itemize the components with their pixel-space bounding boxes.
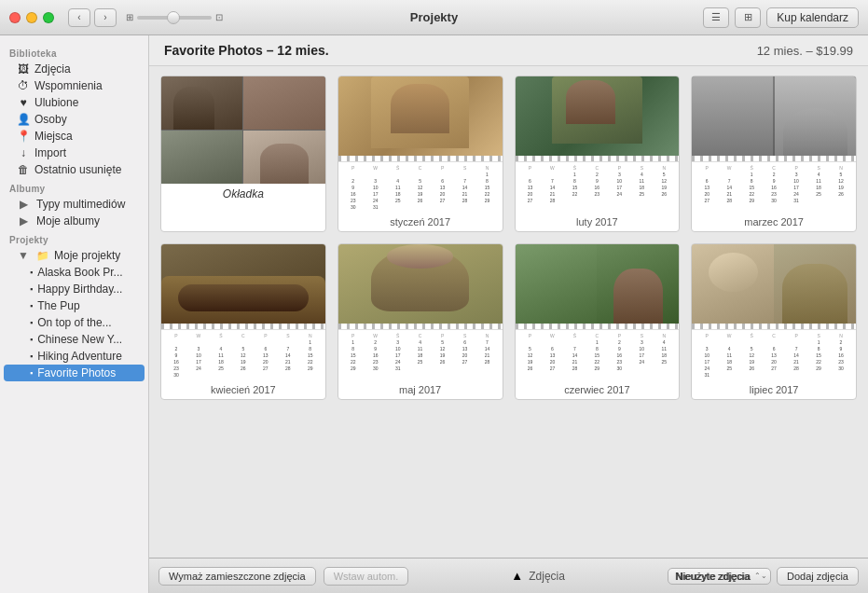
disclosure-icon-albumy: ▶ xyxy=(17,214,30,228)
view-toggle-1[interactable]: ☰ xyxy=(703,7,729,28)
feb-grid: PWŚCPSN ..12345 6789101112 1314151617181… xyxy=(516,162,680,214)
projects-section-label: Projekty xyxy=(0,229,148,247)
bottom-right-actions: Nieużyte zdjęcia Nieużyte zdjęcia Dodaj … xyxy=(668,567,859,586)
apr-wire xyxy=(161,324,325,330)
memories-icon: ⏱ xyxy=(17,79,30,92)
sidebar-item-typy[interactable]: ▶ Typy multimediów xyxy=(4,196,145,213)
jan-wire xyxy=(338,156,503,162)
people-icon: 👤 xyxy=(17,113,30,126)
calendar-feb[interactable]: PWŚCPSN ..12345 6789101112 1314151617181… xyxy=(515,76,681,232)
calendar-apr[interactable]: PWŚCPSN ......1 2345678 9101112131415 16… xyxy=(160,243,326,400)
sidebar-item-recently-deleted[interactable]: 🗑 Ostatnio usunięte xyxy=(4,161,145,178)
sidebar-item-ulubione[interactable]: ♥ Ulubione xyxy=(4,94,145,111)
mar-photo xyxy=(692,76,856,156)
cover-photo xyxy=(161,76,325,184)
view-toggle-2[interactable]: ⊞ xyxy=(735,7,761,28)
content-area: Favorite Photos – 12 mies. 12 mies. – $1… xyxy=(149,35,868,593)
import-icon: ↓ xyxy=(17,146,30,159)
unused-photos-select[interactable]: Nieużyte zdjęcia xyxy=(668,568,771,585)
trash-icon: 🗑 xyxy=(17,163,30,176)
sidebar-item-moje-albumy[interactable]: ▶ Moje albumy xyxy=(4,213,145,229)
jul-label: lipiec 2017 xyxy=(692,381,856,399)
jan-label: styczeń 2017 xyxy=(338,214,503,231)
buy-calendar-button[interactable]: Kup kalendarz xyxy=(766,7,859,28)
jul-wire xyxy=(692,324,856,330)
jun-photo xyxy=(516,244,680,324)
mar-grid: PWŚCPSN ..12345 6789101112 1314151617181… xyxy=(692,162,856,214)
sidebar-item-favorite-photos[interactable]: ▪ Favorite Photos xyxy=(4,365,145,381)
sidebar-item-ontop[interactable]: ▪ On top of the... xyxy=(4,314,145,331)
titlebar-actions: ☰ ⊞ Kup kalendarz xyxy=(703,7,859,28)
sidebar: Biblioteka 🖼 Zdjęcia ⏱ Wspomnienia ♥ Ulu… xyxy=(0,35,149,593)
calendar-grid: Okładka PWŚCPSN ......1 2345678 91011121… xyxy=(149,66,868,558)
sidebar-item-alaska[interactable]: ▪ Alaska Book Pr... xyxy=(4,264,145,281)
mar-wire xyxy=(692,156,856,162)
bottom-toolbar: Wymaż zamieszczone zdjęcia Wstaw autom. … xyxy=(149,558,868,593)
sidebar-item-happy[interactable]: ▪ Happy Birthday... xyxy=(4,281,145,297)
content-header: Favorite Photos – 12 mies. 12 mies. – $1… xyxy=(149,35,868,66)
albums-section-label: Albumy xyxy=(0,178,148,196)
may-photo xyxy=(338,244,503,324)
cover-label: Okładka xyxy=(161,184,325,205)
sidebar-item-hiking[interactable]: ▪ Hiking Adventure xyxy=(4,348,145,365)
feb-label: luty 2017 xyxy=(516,214,680,231)
main-layout: Biblioteka 🖼 Zdjęcia ⏱ Wspomnienia ♥ Ulu… xyxy=(0,35,868,593)
feb-wire xyxy=(516,156,680,162)
forward-button[interactable]: › xyxy=(94,8,117,27)
unused-photos-dropdown-wrap[interactable]: Nieużyte zdjęcia Nieużyte zdjęcia xyxy=(668,568,771,585)
titlebar: ‹ › ⊞ ⊡ Projekty ☰ ⊞ Kup kalendarz xyxy=(0,0,868,35)
photos-icon: 🖼 xyxy=(17,62,30,76)
add-photos-button[interactable]: Dodaj zdjęcia xyxy=(777,567,859,586)
calendar-may[interactable]: PWŚCPSN 1234567 891011121314 15161718192… xyxy=(338,243,503,400)
zoom-slider[interactable]: ⊞ ⊡ xyxy=(126,12,223,22)
close-button[interactable] xyxy=(9,12,21,23)
clear-photos-button[interactable]: Wymaż zamieszczone zdjęcia xyxy=(158,567,316,586)
disclosure-icon-projekty: ▼ xyxy=(17,249,30,262)
apr-photo xyxy=(161,244,325,324)
calendar-mar[interactable]: PWŚCPSN ..12345 6789101112 1314151617181… xyxy=(691,76,857,232)
jul-photo xyxy=(692,244,856,324)
photos-label: Zdjęcia xyxy=(529,570,565,583)
sidebar-item-pup[interactable]: ▪ The Pup xyxy=(4,297,145,314)
feb-photo xyxy=(516,76,680,156)
places-icon: 📍 xyxy=(17,130,30,143)
may-label: maj 2017 xyxy=(338,381,503,399)
mar-label: marzec 2017 xyxy=(692,214,856,231)
jun-wire xyxy=(516,324,680,330)
apr-grid: PWŚCPSN ......1 2345678 9101112131415 16… xyxy=(161,330,325,381)
jun-label: czerwiec 2017 xyxy=(516,381,680,399)
calendar-cover[interactable]: Okładka xyxy=(160,76,326,232)
sidebar-item-import[interactable]: ↓ Import xyxy=(4,145,145,161)
disclosure-icon-typy: ▶ xyxy=(17,198,30,211)
maximize-button[interactable] xyxy=(43,12,54,23)
back-button[interactable]: ‹ xyxy=(68,8,90,27)
sidebar-item-osoby[interactable]: 👤 Osoby xyxy=(4,111,145,128)
jan-photo xyxy=(338,76,503,156)
album-title: Favorite Photos – 12 mies. xyxy=(164,43,329,58)
calendar-jun[interactable]: PWŚCPSN ...1234 567891011 12131415161718… xyxy=(515,243,681,400)
price-label: 12 mies. – $19.99 xyxy=(757,44,853,58)
jun-grid: PWŚCPSN ...1234 567891011 12131415161718… xyxy=(516,330,680,381)
jul-grid: PWŚCPSN .....12 3456789 10111213141516 1… xyxy=(692,330,856,381)
library-section-label: Biblioteka xyxy=(0,43,148,61)
sidebar-item-moje-projekty[interactable]: ▼ 📁 Moje projekty xyxy=(4,247,145,264)
favorites-icon: ♥ xyxy=(17,96,30,109)
auto-insert-button[interactable]: Wstaw autom. xyxy=(324,567,409,586)
may-wire xyxy=(338,324,503,330)
photos-section: ▲ Zdjęcia xyxy=(416,569,660,583)
apr-label: kwiecień 2017 xyxy=(161,381,325,399)
window-title: Projekty xyxy=(410,10,458,24)
calendar-jan[interactable]: PWŚCPSN ......1 2345678 9101112131415 16… xyxy=(338,76,503,232)
nav-buttons: ‹ › xyxy=(68,8,117,27)
may-grid: PWŚCPSN 1234567 891011121314 15161718192… xyxy=(338,330,503,381)
jan-grid: PWŚCPSN ......1 2345678 9101112131415 16… xyxy=(338,162,503,214)
calendar-jul[interactable]: PWŚCPSN .....12 3456789 10111213141516 1… xyxy=(691,243,857,400)
sidebar-item-chinese[interactable]: ▪ Chinese New Y... xyxy=(4,331,145,348)
sidebar-item-wspomnienia[interactable]: ⏱ Wspomnienia xyxy=(4,77,145,94)
traffic-lights xyxy=(9,12,54,23)
sidebar-item-miejsca[interactable]: 📍 Miejsca xyxy=(4,128,145,145)
sidebar-item-zdjecia[interactable]: 🖼 Zdjęcia xyxy=(4,61,145,77)
minimize-button[interactable] xyxy=(26,12,37,23)
